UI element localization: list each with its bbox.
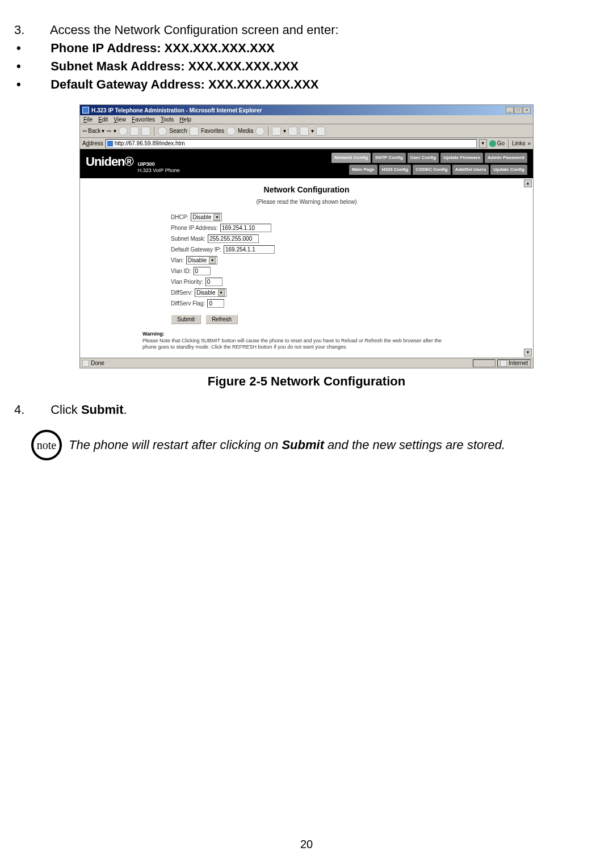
discuss-icon[interactable] [316,127,325,136]
go-icon [489,140,496,147]
menu-tools[interactable]: Tools [161,116,174,123]
tab-update-config[interactable]: Update Config [490,165,527,175]
search-label: Search [169,128,187,134]
warning-block: Warning: Please Note that Clicking SUBMI… [142,331,449,351]
note-post: and the new settings are stored. [324,438,505,452]
history-icon[interactable] [255,127,264,136]
step-4-pre: Click [51,402,81,417]
status-zone: Internet [497,359,531,367]
vlanpri-input[interactable] [205,278,222,286]
dhcp-label: DHCP: [171,214,188,220]
bullet-text: Phone IP Address: XXX.XXX.XXX.XXX [51,41,275,55]
tab-h323-config[interactable]: H323 Config [379,165,412,175]
tab-codec-config[interactable]: CODEC Config [413,165,450,175]
page-title: Network Configuration [91,185,522,194]
phone-ip-input[interactable] [220,224,271,232]
note-row: note The phone will restart after clicki… [31,430,582,460]
step-4-line: 4. Click Submit. [31,402,582,417]
internet-icon [500,360,507,367]
scroll-up-button[interactable]: ▴ [524,179,532,187]
search-icon[interactable] [158,127,167,136]
phone-ip-label: Phone IP Address: [171,225,218,231]
window-title: H.323 IP Telephone Administration - Micr… [91,107,262,114]
status-bar: Done Internet [80,358,533,368]
tab-update-firmware[interactable]: Update Firmware [440,153,483,163]
diffserv-select[interactable]: Disable ▼ [195,288,226,297]
refresh-icon[interactable] [130,127,139,136]
uniden-logo: Uniden® [86,154,133,169]
step-3-line: 3. Access the Network Configuration scre… [31,23,582,37]
note-text: The phone will restart after clicking on… [69,438,505,452]
menu-help[interactable]: Help [179,116,191,123]
model-label: UIP300 [138,161,180,167]
minimize-button[interactable]: _ [506,107,514,114]
zone-label: Internet [509,360,528,366]
stop-icon[interactable] [119,127,128,136]
menu-view[interactable]: View [114,116,126,123]
menu-favorites[interactable]: Favorites [132,116,155,123]
step-4-post: . [123,402,127,417]
bullet-phone-ip: • Phone IP Address: XXX.XXX.XXX.XXX [31,41,582,56]
links-label[interactable]: Links [512,140,525,146]
diffserv-value: Disable [196,290,215,296]
chevron-down-icon: ▼ [213,214,220,221]
bullet-text: Default Gateway Address: XXX.XXX.XXX.XXX [51,77,318,91]
home-icon[interactable] [141,127,150,136]
address-bar: Address http://67.96.59.89/index.htm ▼ G… [80,138,533,149]
dhcp-value: Disable [192,214,211,220]
tab-main-page[interactable]: Main Page [349,165,377,175]
refresh-button[interactable]: Refresh [205,315,238,324]
go-label: Go [497,140,505,146]
address-label: Address [82,140,103,146]
go-button[interactable]: Go [489,140,505,147]
step-3-number: 3. [31,23,47,37]
favorites-label: Favorites [201,128,224,134]
chevron-down-icon: ▼ [209,257,216,264]
warning-body: Please Note that Clicking SUBMIT button … [142,338,449,351]
address-value: http://67.96.59.89/index.htm [115,140,185,146]
close-button[interactable]: × [523,107,531,114]
page-content: Uniden® UIP300 H.323 VoIP Phone Network … [80,149,533,358]
maximize-button[interactable]: □ [514,107,522,114]
bullet-dot: • [32,77,47,92]
media-icon[interactable] [226,127,236,136]
vlan-label: Vlan: [171,257,184,263]
screenshot-container: H.323 IP Telephone Administration - Micr… [31,104,582,368]
dhcp-select[interactable]: Disable ▼ [191,213,222,221]
menu-file[interactable]: File [83,116,93,123]
ie-window: H.323 IP Telephone Administration - Micr… [79,104,534,368]
subnet-input[interactable] [208,234,259,243]
model-sub-label: H.323 VoIP Phone [138,167,180,174]
tab-adddel-users[interactable]: Add/Del Users [452,165,489,175]
titlebar: H.323 IP Telephone Administration - Micr… [80,105,533,115]
links-chevron[interactable]: » [527,140,531,146]
media-label: Media [238,128,253,134]
back-button[interactable]: ⇦Back ▾ [82,128,104,134]
subnet-label: Subnet Mask: [171,236,205,242]
tab-network-config[interactable]: Network Config [331,153,371,163]
done-icon [82,360,89,367]
tab-admin-password[interactable]: Admin Password [485,153,527,163]
address-dropdown[interactable]: ▼ [479,139,487,148]
submit-button[interactable]: Submit [171,315,201,324]
chevron-down-icon: ▼ [218,290,225,296]
vlan-select[interactable]: Disable ▼ [186,256,217,265]
diffflag-input[interactable] [207,299,224,308]
mail-icon[interactable] [272,127,281,136]
print-icon[interactable] [288,127,297,136]
scroll-down-button[interactable]: ▾ [524,349,532,357]
vlanid-input[interactable] [194,267,211,275]
bullet-dot: • [32,41,47,56]
tab-user-config[interactable]: User Config [408,153,439,163]
edit-icon[interactable] [300,127,309,136]
favorites-icon[interactable] [190,127,199,136]
bullet-gateway: • Default Gateway Address: XXX.XXX.XXX.X… [31,77,582,92]
diffflag-label: DiffServ Flag: [171,300,205,307]
step-4-bold: Submit [81,402,124,417]
tab-sntp-config[interactable]: SNTP Config [372,153,406,163]
gateway-input[interactable] [224,245,275,254]
note-pre: The phone will restart after clicking on [69,438,282,452]
menu-edit[interactable]: Edit [98,116,108,123]
forward-button[interactable]: ⇨ [107,128,111,134]
address-input[interactable]: http://67.96.59.89/index.htm [106,139,477,148]
